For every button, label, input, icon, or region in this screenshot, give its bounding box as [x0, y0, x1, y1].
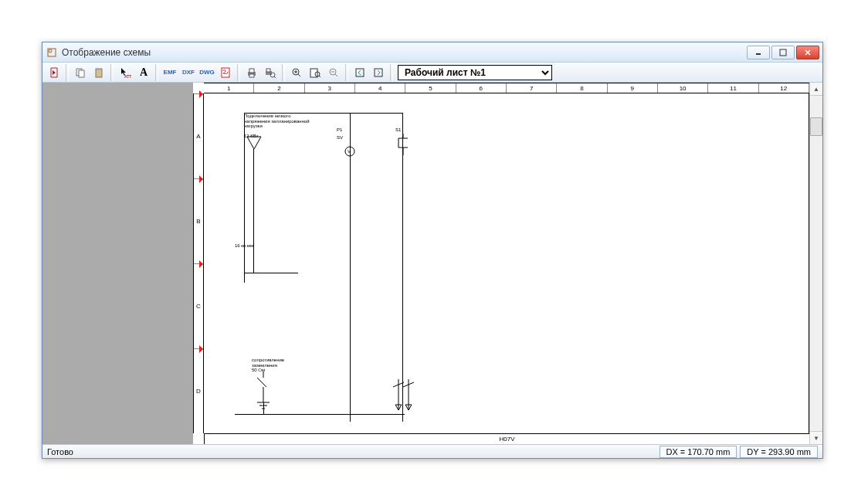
status-dx: DX = 170.70 mm — [659, 446, 737, 458]
svg-point-1 — [49, 49, 52, 53]
v-label: V — [348, 149, 351, 154]
zoom-in-button[interactable] — [288, 64, 305, 81]
ruler-col: 3 — [305, 83, 355, 93]
horizontal-ruler: 123456789101112 — [204, 83, 809, 93]
ruler-col: 10 — [658, 83, 708, 93]
separator-icon — [66, 64, 69, 81]
marker-icon — [199, 345, 203, 353]
svg-rect-14 — [249, 74, 254, 77]
power-label: 12 КВт — [244, 134, 258, 139]
svg-line-27 — [335, 74, 337, 76]
maximize-button[interactable] — [771, 46, 795, 59]
separator-icon — [345, 64, 348, 81]
vertical-scrollbar[interactable]: ▲ ▼ — [809, 83, 822, 444]
text-button[interactable]: A — [135, 64, 152, 81]
separator-icon — [237, 64, 240, 81]
titlebar[interactable]: Отображение схемы — [42, 42, 822, 63]
svg-rect-3 — [780, 49, 786, 56]
exit-button[interactable] — [46, 64, 63, 81]
copy-button[interactable] — [72, 64, 89, 81]
statusbar: Готово DX = 170.70 mm DY = 293.90 mm — [42, 444, 822, 458]
sv-label: SV — [337, 135, 343, 141]
scroll-up-icon[interactable]: ▲ — [810, 83, 822, 96]
window: Отображение схемы ATT A EMF DXF DWG — [42, 42, 823, 459]
p1-label: P1 — [337, 127, 342, 133]
svg-rect-30 — [375, 69, 382, 76]
ruler-row: A — [194, 93, 203, 178]
separator-icon — [155, 64, 158, 81]
vertical-ruler: ABCD — [193, 93, 204, 433]
svg-rect-11 — [222, 68, 229, 77]
print-preview-button[interactable] — [262, 64, 279, 81]
bottom-ruler: H07V — [204, 433, 809, 444]
svg-line-18 — [274, 76, 276, 78]
svg-rect-29 — [356, 69, 364, 76]
marker-icon — [199, 175, 203, 183]
panel-left — [42, 83, 193, 444]
ruler-row: C — [194, 263, 203, 348]
svg-line-25 — [319, 76, 320, 77]
next-page-button[interactable] — [370, 64, 387, 81]
separator-icon — [110, 64, 114, 81]
status-ready: Готово — [47, 447, 656, 456]
status-dy: DY = 293.90 mm — [740, 446, 818, 458]
svg-rect-7 — [79, 70, 84, 77]
ruler-col: 11 — [708, 83, 758, 93]
close-button[interactable] — [796, 46, 819, 59]
schematic-note: Подключение низкого напряжения запланиро… — [244, 114, 310, 129]
svg-line-20 — [298, 74, 300, 76]
drawing-canvas[interactable]: Подключение низкого напряжения запланиро… — [204, 93, 809, 433]
prev-page-button[interactable] — [351, 64, 368, 81]
zoom-fit-button[interactable] — [307, 64, 324, 81]
zoom-out-button[interactable] — [325, 64, 342, 81]
ruler-col: 8 — [557, 83, 607, 93]
export-pdf-button[interactable] — [217, 64, 234, 81]
ground-note: сопротивление заземления 50 Ом — [252, 358, 284, 373]
paste-button[interactable] — [90, 64, 107, 81]
window-title: Отображение схемы — [62, 47, 747, 58]
ruler-row: D — [194, 348, 203, 433]
ruler-col: 6 — [456, 83, 507, 93]
sheet-selector[interactable]: Рабочий лист №1 — [398, 65, 552, 80]
ruler-col: 1 — [204, 83, 254, 93]
ruler-col: 5 — [405, 83, 456, 93]
cursor-att-button[interactable]: ATT — [117, 64, 134, 81]
ruler-col: 2 — [254, 83, 304, 93]
document-viewport[interactable]: 123456789101112 ABCD — [193, 83, 809, 444]
wire-label: 16 кв.мм — [235, 243, 253, 249]
ruler-col: 4 — [355, 83, 405, 93]
export-emf-button[interactable]: EMF — [161, 64, 178, 81]
ruler-col: 7 — [507, 83, 557, 93]
svg-rect-13 — [249, 69, 254, 73]
workarea: 123456789101112 ABCD — [42, 83, 822, 444]
svg-rect-16 — [266, 69, 270, 72]
scroll-down-icon[interactable]: ▼ — [810, 431, 822, 444]
marker-icon — [199, 90, 203, 98]
ruler-row: B — [194, 178, 203, 263]
toolbar: ATT A EMF DXF DWG Рабочий лист №1 — [42, 63, 822, 83]
print-button[interactable] — [243, 64, 260, 81]
export-dxf-button[interactable]: DXF — [180, 64, 197, 81]
export-dwg-button[interactable]: DWG — [198, 64, 215, 81]
app-icon — [46, 46, 58, 59]
s1-label: S1 — [395, 127, 401, 133]
ruler-col: 9 — [608, 83, 658, 93]
separator-icon — [390, 64, 393, 81]
separator-icon — [282, 64, 285, 81]
marker-icon — [199, 260, 203, 268]
svg-line-38 — [257, 378, 266, 387]
minimize-button[interactable] — [747, 46, 770, 59]
ruler-col: 12 — [759, 83, 809, 93]
svg-text:ATT: ATT — [124, 74, 131, 79]
scrollbar-thumb[interactable] — [810, 117, 822, 136]
svg-rect-9 — [97, 68, 100, 70]
